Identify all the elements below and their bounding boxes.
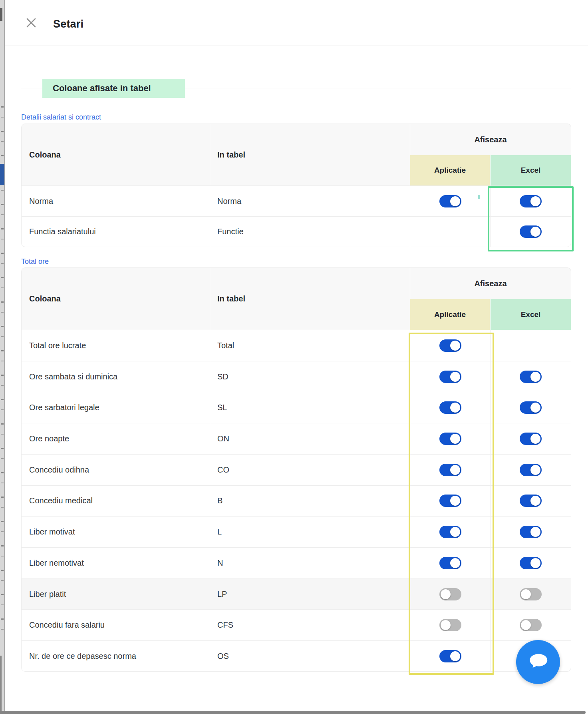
cell-in-tabel: N — [211, 548, 410, 578]
background-page-strip — [0, 0, 5, 714]
table-row: Concediu odihna CO — [21, 454, 571, 485]
table-header: Coloana In tabel Afiseaza Aplicatie Exce… — [21, 124, 571, 185]
cell-in-tabel: Total — [211, 330, 410, 361]
table-row: Ore sarbatori legale SL — [21, 392, 571, 423]
cell-in-tabel: SL — [211, 392, 410, 423]
toggle-excel[interactable] — [520, 557, 542, 569]
table-header: Coloana In tabel Afiseaza Aplicatie Exce… — [21, 267, 571, 330]
toggle-excel[interactable] — [520, 195, 542, 207]
toggle-aplicatie[interactable] — [439, 557, 461, 569]
toggle-aplicatie[interactable] — [439, 650, 461, 662]
cell-in-tabel: Norma — [211, 186, 410, 216]
table-row: Nr. de ore ce depasesc norma OS — [21, 640, 571, 672]
section-heading: Coloane afisate in tabel — [42, 79, 185, 98]
toggle-aplicatie[interactable] — [439, 195, 461, 207]
cell-in-tabel: OS — [211, 641, 410, 671]
toggle-aplicatie[interactable] — [439, 401, 461, 414]
cell-in-tabel: L — [211, 517, 410, 547]
column-header-in-tabel: In tabel — [211, 268, 410, 330]
toggle-aplicatie[interactable] — [439, 619, 461, 631]
section-label-detalii: Detalii salariat si contract — [21, 113, 101, 122]
toggle-aplicatie[interactable] — [439, 495, 461, 507]
column-header-afiseaza: Afiseaza — [410, 268, 571, 299]
column-header-coloana: Coloana — [22, 124, 211, 185]
toggle-aplicatie[interactable] — [439, 433, 461, 445]
cell-coloana: Liber motivat — [22, 517, 211, 547]
subheader-aplicatie: Aplicatie — [410, 299, 491, 330]
close-button[interactable] — [23, 15, 39, 31]
bg-fragment — [0, 164, 4, 185]
cell-in-tabel: SD — [211, 361, 410, 392]
table-row: Ore sambata si duminica SD — [21, 361, 571, 392]
cell-coloana: Liber platit — [22, 579, 211, 610]
table-row: Total ore lucrate Total — [21, 330, 571, 361]
column-header-coloana: Coloana — [22, 268, 211, 330]
cell-coloana: Nr. de ore ce depasesc norma — [22, 641, 211, 671]
cell-coloana: Concediu fara salariu — [22, 610, 211, 640]
bg-fragment — [0, 656, 2, 714]
cell-in-tabel: B — [211, 486, 410, 517]
column-header-in-tabel: In tabel — [211, 124, 410, 185]
subheader-row: Aplicatie Excel — [410, 155, 571, 185]
chat-button[interactable] — [516, 640, 560, 684]
subheader-excel: Excel — [491, 155, 571, 185]
toggle-excel[interactable] — [520, 401, 542, 414]
subheader-row: Aplicatie Excel — [410, 299, 571, 330]
settings-modal-page: Setari Coloane afisate in tabel Detalii … — [0, 0, 588, 714]
header-divider — [5, 46, 588, 46]
toggle-aplicatie[interactable] — [439, 526, 461, 538]
cell-coloana: Functia salariatului — [22, 217, 211, 247]
subheader-aplicatie: Aplicatie — [410, 155, 491, 185]
column-group-afiseaza: Afiseaza Aplicatie Excel — [410, 268, 571, 330]
cell-in-tabel: CO — [211, 455, 410, 485]
cell-coloana: Concediu medical — [22, 486, 211, 517]
table-row: Ore noapte ON — [21, 423, 571, 454]
toggle-excel[interactable] — [520, 619, 542, 631]
cursor-artifact — [478, 195, 480, 199]
cell-in-tabel: ON — [211, 423, 410, 454]
cell-in-tabel: LP — [211, 579, 410, 610]
cell-coloana: Total ore lucrate — [22, 330, 211, 361]
cell-coloana: Ore sarbatori legale — [22, 392, 211, 423]
page-title: Setari — [53, 16, 83, 32]
background-scrollbar[interactable] — [0, 711, 586, 714]
close-icon — [25, 17, 37, 30]
toggle-excel[interactable] — [520, 526, 542, 538]
chat-bubble-icon — [526, 649, 550, 675]
subheader-excel: Excel — [491, 299, 571, 330]
cell-coloana: Norma — [22, 186, 211, 216]
cell-in-tabel: CFS — [211, 610, 410, 640]
toggle-aplicatie[interactable] — [439, 588, 461, 600]
table-row: Concediu fara salariu CFS — [21, 609, 571, 640]
table-row: Concediu medical B — [21, 485, 571, 517]
toggle-excel[interactable] — [520, 464, 542, 476]
table-total-ore: Coloana In tabel Afiseaza Aplicatie Exce… — [21, 267, 571, 672]
cell-coloana: Ore sambata si duminica — [22, 361, 211, 392]
cell-in-tabel: Functie — [211, 217, 410, 247]
toggle-aplicatie[interactable] — [439, 464, 461, 476]
table-detalii-salariat: Coloana In tabel Afiseaza Aplicatie Exce… — [21, 124, 571, 247]
column-header-afiseaza: Afiseaza — [410, 124, 571, 155]
toggle-aplicatie[interactable] — [439, 339, 461, 352]
table-row: Functia salariatului Functie — [21, 216, 571, 247]
toggle-aplicatie[interactable] — [439, 371, 461, 383]
cell-coloana: Ore noapte — [22, 423, 211, 454]
cell-coloana: Concediu odihna — [22, 455, 211, 485]
toggle-excel[interactable] — [520, 433, 542, 445]
column-group-afiseaza: Afiseaza Aplicatie Excel — [410, 124, 571, 185]
toggle-excel[interactable] — [520, 588, 542, 600]
toggle-excel[interactable] — [520, 371, 542, 383]
table-row: Norma Norma — [21, 185, 571, 216]
bg-fragment — [0, 8, 2, 21]
table-row: Liber platit LP — [21, 578, 571, 610]
toggle-excel[interactable] — [520, 225, 542, 238]
toggle-excel[interactable] — [520, 495, 542, 507]
table-row: Liber motivat L — [21, 516, 571, 547]
section-label-total-ore: Total ore — [21, 257, 49, 266]
cell-coloana: Liber nemotivat — [22, 548, 211, 578]
table-row: Liber nemotivat N — [21, 547, 571, 578]
